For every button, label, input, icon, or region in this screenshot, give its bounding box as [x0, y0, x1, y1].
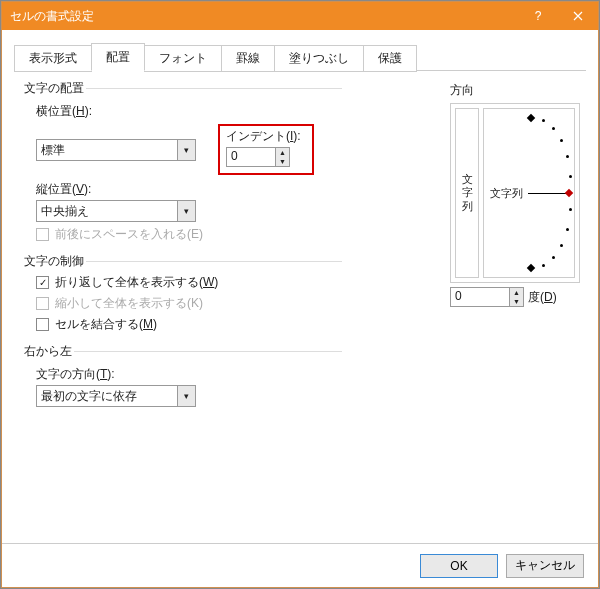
- orientation-box: 文字列 文字列: [450, 103, 580, 283]
- help-button[interactable]: ?: [518, 2, 558, 30]
- section-orientation: 方向: [450, 82, 580, 99]
- horizontal-value: 標準: [37, 140, 177, 160]
- section-control: 文字の制御: [22, 254, 86, 268]
- degrees-label: 度(D): [528, 289, 557, 306]
- degrees-value: 0: [451, 288, 509, 306]
- wrap-text-check[interactable]: 折り返して全体を表示する(W): [36, 274, 342, 291]
- horizontal-select[interactable]: 標準 ▾: [36, 139, 196, 161]
- degrees-spin[interactable]: 0 ▲▼: [450, 287, 524, 307]
- direction-select[interactable]: 最初の文字に依存 ▾: [36, 385, 196, 407]
- indent-highlight: インデント(I): 0 ▲▼: [218, 124, 314, 175]
- shrink-fit-check: 縮小して全体を表示する(K): [36, 295, 342, 312]
- close-button[interactable]: [558, 2, 598, 30]
- merge-cells-check[interactable]: セルを結合する(M): [36, 316, 342, 333]
- degrees-up[interactable]: ▲: [510, 288, 523, 297]
- ok-button[interactable]: OK: [420, 554, 498, 578]
- orientation-hlabel: 文字列: [490, 186, 523, 201]
- close-icon: [573, 11, 583, 21]
- indent-value: 0: [227, 148, 275, 166]
- justify-space-check: 前後にスペースを入れる(E): [36, 226, 342, 243]
- indent-up[interactable]: ▲: [276, 148, 289, 157]
- degrees-down[interactable]: ▼: [510, 297, 523, 306]
- tab-border[interactable]: 罫線: [221, 45, 275, 72]
- chevron-down-icon: ▾: [177, 386, 195, 406]
- alignment-pane: 文字の配置 横位置(H): 標準 ▾ インデント(I): 0 ▲▼ 縦位置(V)…: [2, 70, 598, 543]
- indent-down[interactable]: ▼: [276, 157, 289, 166]
- tab-number[interactable]: 表示形式: [14, 45, 92, 72]
- vertical-value: 中央揃え: [37, 201, 177, 221]
- section-rtl: 右から左: [22, 344, 74, 358]
- cancel-button[interactable]: キャンセル: [506, 554, 584, 578]
- titlebar[interactable]: セルの書式設定 ?: [2, 2, 598, 30]
- indent-label: インデント(I):: [226, 128, 306, 145]
- chevron-down-icon: ▾: [177, 140, 195, 160]
- direction-value: 最初の文字に依存: [37, 386, 177, 406]
- vertical-label: 縦位置(V):: [36, 181, 342, 198]
- dialog-title: セルの書式設定: [10, 8, 518, 25]
- section-alignment: 文字の配置: [22, 81, 86, 95]
- dialog-footer: OK キャンセル: [2, 543, 598, 587]
- tab-font[interactable]: フォント: [144, 45, 222, 72]
- chevron-down-icon: ▾: [177, 201, 195, 221]
- tabstrip: 表示形式 配置 フォント 罫線 塗りつぶし 保護: [2, 30, 598, 70]
- indent-spin[interactable]: 0 ▲▼: [226, 147, 290, 167]
- format-cells-dialog: セルの書式設定 ? 表示形式 配置 フォント 罫線 塗りつぶし 保護 文字の配置…: [1, 1, 599, 588]
- orientation-dial[interactable]: 文字列: [483, 108, 575, 278]
- tab-alignment[interactable]: 配置: [91, 43, 145, 71]
- tab-fill[interactable]: 塗りつぶし: [274, 45, 364, 72]
- direction-label: 文字の方向(T):: [36, 366, 342, 383]
- tab-protection[interactable]: 保護: [363, 45, 417, 72]
- vertical-select[interactable]: 中央揃え ▾: [36, 200, 196, 222]
- horizontal-label: 横位置(H):: [36, 103, 342, 120]
- orientation-vertical-button[interactable]: 文字列: [455, 108, 479, 278]
